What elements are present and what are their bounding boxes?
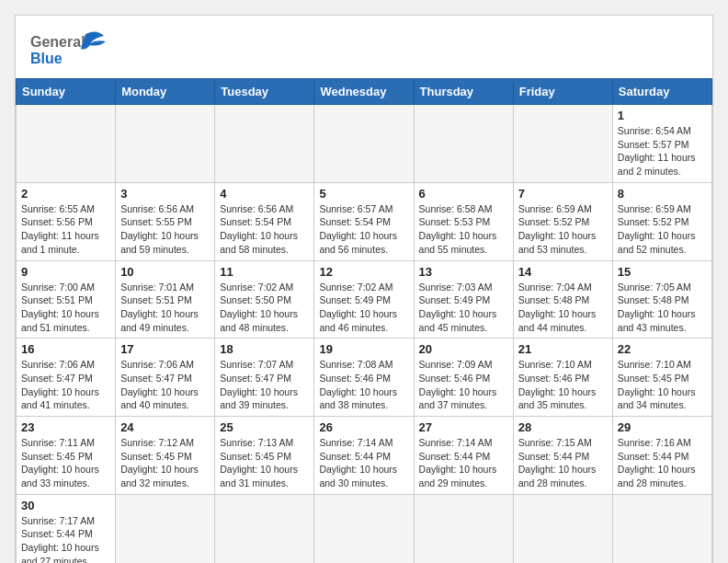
day-info: Sunrise: 7:02 AMSunset: 5:49 PMDaylight:… <box>319 281 408 335</box>
calendar-day <box>414 105 513 183</box>
calendar-day <box>116 494 215 563</box>
calendar-day: 7Sunrise: 6:59 AMSunset: 5:52 PMDaylight… <box>513 182 612 260</box>
day-number: 17 <box>120 342 210 356</box>
day-number: 30 <box>21 499 110 512</box>
day-info: Sunrise: 7:06 AMSunset: 5:47 PMDaylight:… <box>120 358 210 412</box>
day-header-friday: Friday <box>513 79 612 105</box>
day-number: 20 <box>419 342 508 356</box>
calendar-day: 15Sunrise: 7:05 AMSunset: 5:48 PMDayligh… <box>612 260 711 339</box>
day-number: 26 <box>319 420 408 434</box>
day-info: Sunrise: 7:07 AMSunset: 5:47 PMDaylight:… <box>220 358 309 412</box>
day-number: 3 <box>120 187 210 201</box>
day-number: 1 <box>618 109 707 122</box>
svg-text:General: General <box>30 34 85 50</box>
calendar-day: 6Sunrise: 6:58 AMSunset: 5:53 PMDaylight… <box>414 182 513 260</box>
day-info: Sunrise: 7:16 AMSunset: 5:44 PMDaylight:… <box>618 436 707 490</box>
calendar-header-row: SundayMondayTuesdayWednesdayThursdayFrid… <box>17 79 712 105</box>
calendar-day: 22Sunrise: 7:10 AMSunset: 5:45 PMDayligh… <box>612 339 711 417</box>
day-number: 13 <box>419 265 508 279</box>
calendar-day: 17Sunrise: 7:06 AMSunset: 5:47 PMDayligh… <box>116 339 215 417</box>
day-number: 7 <box>518 187 608 201</box>
calendar-day: 11Sunrise: 7:02 AMSunset: 5:50 PMDayligh… <box>215 260 314 339</box>
calendar-day <box>215 105 314 183</box>
calendar-day: 26Sunrise: 7:14 AMSunset: 5:44 PMDayligh… <box>314 417 414 495</box>
day-number: 25 <box>220 420 309 434</box>
day-number: 21 <box>518 342 608 356</box>
calendar-day: 29Sunrise: 7:16 AMSunset: 5:44 PMDayligh… <box>612 417 711 495</box>
day-number: 9 <box>21 265 110 279</box>
calendar-day: 9Sunrise: 7:00 AMSunset: 5:51 PMDaylight… <box>17 260 116 339</box>
calendar-day: 10Sunrise: 7:01 AMSunset: 5:51 PMDayligh… <box>116 260 215 339</box>
day-number: 2 <box>21 187 110 201</box>
day-info: Sunrise: 7:13 AMSunset: 5:45 PMDaylight:… <box>220 436 309 490</box>
svg-text:Blue: Blue <box>30 51 63 66</box>
calendar-table: SundayMondayTuesdayWednesdayThursdayFrid… <box>16 78 712 563</box>
day-info: Sunrise: 7:09 AMSunset: 5:46 PMDaylight:… <box>419 358 508 412</box>
calendar-day: 18Sunrise: 7:07 AMSunset: 5:47 PMDayligh… <box>215 339 314 417</box>
day-header-sunday: Sunday <box>17 79 116 105</box>
day-info: Sunrise: 7:03 AMSunset: 5:49 PMDaylight:… <box>419 281 508 335</box>
day-number: 4 <box>220 187 309 201</box>
day-header-tuesday: Tuesday <box>215 79 314 105</box>
calendar-day: 21Sunrise: 7:10 AMSunset: 5:46 PMDayligh… <box>513 339 612 417</box>
day-info: Sunrise: 7:10 AMSunset: 5:45 PMDaylight:… <box>618 358 707 412</box>
calendar-day: 30Sunrise: 7:17 AMSunset: 5:44 PMDayligh… <box>17 494 116 563</box>
calendar-day: 4Sunrise: 6:56 AMSunset: 5:54 PMDaylight… <box>215 182 314 260</box>
calendar-day: 3Sunrise: 6:56 AMSunset: 5:55 PMDaylight… <box>116 182 215 260</box>
day-info: Sunrise: 7:02 AMSunset: 5:50 PMDaylight:… <box>220 281 309 335</box>
calendar-day: 23Sunrise: 7:11 AMSunset: 5:45 PMDayligh… <box>17 417 116 495</box>
calendar-day: 13Sunrise: 7:03 AMSunset: 5:49 PMDayligh… <box>414 260 513 339</box>
calendar-week-2: 2Sunrise: 6:55 AMSunset: 5:56 PMDaylight… <box>17 182 712 260</box>
calendar-day: 2Sunrise: 6:55 AMSunset: 5:56 PMDaylight… <box>17 182 116 260</box>
calendar-day <box>215 494 314 563</box>
day-info: Sunrise: 6:55 AMSunset: 5:56 PMDaylight:… <box>21 202 110 257</box>
day-info: Sunrise: 6:54 AMSunset: 5:57 PMDaylight:… <box>618 124 707 178</box>
calendar-day: 19Sunrise: 7:08 AMSunset: 5:46 PMDayligh… <box>314 339 414 417</box>
logo-svg: General Blue <box>30 27 113 71</box>
day-info: Sunrise: 6:59 AMSunset: 5:52 PMDaylight:… <box>618 202 707 257</box>
calendar-day <box>314 494 414 563</box>
day-info: Sunrise: 6:56 AMSunset: 5:54 PMDaylight:… <box>220 202 309 257</box>
calendar-day: 16Sunrise: 7:06 AMSunset: 5:47 PMDayligh… <box>17 339 116 417</box>
day-info: Sunrise: 7:04 AMSunset: 5:48 PMDaylight:… <box>518 281 608 335</box>
calendar-week-6: 30Sunrise: 7:17 AMSunset: 5:44 PMDayligh… <box>17 494 712 563</box>
day-number: 11 <box>220 265 309 279</box>
header: General Blue <box>16 16 712 78</box>
day-number: 12 <box>319 265 408 279</box>
calendar-day: 24Sunrise: 7:12 AMSunset: 5:45 PMDayligh… <box>116 417 215 495</box>
day-info: Sunrise: 7:14 AMSunset: 5:44 PMDaylight:… <box>419 436 508 490</box>
calendar-week-3: 9Sunrise: 7:00 AMSunset: 5:51 PMDaylight… <box>17 260 712 339</box>
day-info: Sunrise: 6:59 AMSunset: 5:52 PMDaylight:… <box>518 202 608 257</box>
calendar-day: 14Sunrise: 7:04 AMSunset: 5:48 PMDayligh… <box>513 260 612 339</box>
day-header-saturday: Saturday <box>612 79 711 105</box>
day-info: Sunrise: 7:08 AMSunset: 5:46 PMDaylight:… <box>319 358 408 412</box>
day-number: 24 <box>120 420 210 434</box>
calendar-day <box>513 105 612 183</box>
calendar-day <box>116 105 215 183</box>
calendar-day: 1Sunrise: 6:54 AMSunset: 5:57 PMDaylight… <box>612 105 711 183</box>
day-number: 28 <box>518 420 608 434</box>
logo: General Blue <box>30 27 113 71</box>
day-info: Sunrise: 7:06 AMSunset: 5:47 PMDaylight:… <box>21 358 110 412</box>
calendar-week-4: 16Sunrise: 7:06 AMSunset: 5:47 PMDayligh… <box>17 339 712 417</box>
calendar-week-5: 23Sunrise: 7:11 AMSunset: 5:45 PMDayligh… <box>17 417 712 495</box>
calendar-day <box>17 105 116 183</box>
day-number: 6 <box>419 187 508 201</box>
day-number: 18 <box>220 342 309 356</box>
calendar-day: 5Sunrise: 6:57 AMSunset: 5:54 PMDaylight… <box>314 182 414 260</box>
calendar-day: 12Sunrise: 7:02 AMSunset: 5:49 PMDayligh… <box>314 260 414 339</box>
calendar-day: 28Sunrise: 7:15 AMSunset: 5:44 PMDayligh… <box>513 417 612 495</box>
day-number: 16 <box>21 342 110 356</box>
calendar-day <box>513 494 612 563</box>
calendar-day: 25Sunrise: 7:13 AMSunset: 5:45 PMDayligh… <box>215 417 314 495</box>
day-number: 19 <box>319 342 408 356</box>
calendar-week-1: 1Sunrise: 6:54 AMSunset: 5:57 PMDaylight… <box>17 105 712 183</box>
day-info: Sunrise: 7:17 AMSunset: 5:44 PMDaylight:… <box>21 514 110 563</box>
day-number: 29 <box>618 420 707 434</box>
day-number: 14 <box>518 265 608 279</box>
day-info: Sunrise: 7:15 AMSunset: 5:44 PMDaylight:… <box>518 436 608 490</box>
calendar-day <box>314 105 414 183</box>
day-number: 15 <box>618 265 707 279</box>
day-info: Sunrise: 7:01 AMSunset: 5:51 PMDaylight:… <box>120 281 210 335</box>
day-info: Sunrise: 7:05 AMSunset: 5:48 PMDaylight:… <box>618 281 707 335</box>
